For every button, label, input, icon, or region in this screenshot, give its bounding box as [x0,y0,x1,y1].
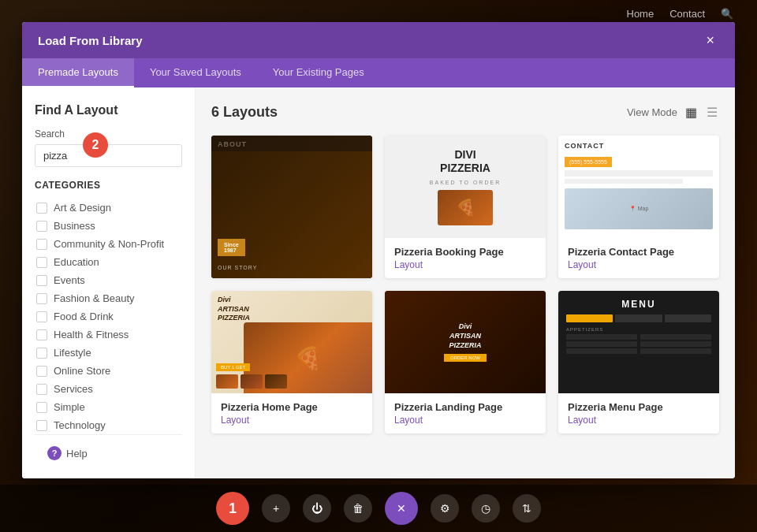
add-button[interactable]: + [262,494,290,523]
category-business[interactable]: Business [35,217,182,235]
category-label: Fashion & Beauty [54,292,135,304]
layout-thumbnail-about: ABOUT Since1987 OUR STORY [211,136,372,278]
category-community[interactable]: Community & Non-Profit [35,235,182,253]
layout-info-landing: Pizzeria Landing Page Layout [385,393,546,433]
search-input[interactable] [35,144,182,167]
settings-button[interactable]: ⚙ [431,494,459,523]
bottom-toolbar: 1 + ⏻ 🗑 ✕ ⚙ ◷ ⇅ [0,485,757,532]
category-health[interactable]: Health & Fitness [35,326,182,344]
checkbox-education[interactable] [36,257,47,268]
main-content: 6 Layouts View Mode ▦ ☰ ABOUT [196,87,735,478]
badge-2: 2 [83,132,108,158]
layout-thumbnail-contact: CONTACT (555) 555-5555 📍 Map [558,136,719,238]
checkbox-community[interactable] [36,239,47,250]
category-label: Food & Drink [54,311,114,322]
layout-card-booking[interactable]: DIVIPIZZERIA BAKED TO ORDER 🍕 Pizzeria B… [385,136,546,278]
help-label: Help [66,448,88,459]
checkbox-lifestyle[interactable] [36,348,47,359]
checkbox-health[interactable] [36,329,47,340]
category-technology[interactable]: Technology [35,416,182,434]
checkbox-events[interactable] [36,275,47,286]
category-art-design[interactable]: Art & Design [35,199,182,217]
sidebar: Find A Layout Search Categories Art & De… [22,87,196,478]
checkbox-services[interactable] [36,384,47,395]
help-section[interactable]: ? Help [35,434,182,471]
layout-info-home: Pizzeria Home Page Layout [211,393,372,433]
category-fashion[interactable]: Fashion & Beauty [35,289,182,307]
categories-list: Art & Design Business Community & Non-Pr… [35,199,182,434]
category-events[interactable]: Events [35,271,182,289]
layout-thumbnail-landing: DiviARTISANPIZZERIA ORDER NOW [385,291,546,393]
checkbox-fashion[interactable] [36,293,47,304]
checkbox-online-store[interactable] [36,366,47,377]
power-button[interactable]: ⏻ [303,494,331,523]
tab-existing[interactable]: Your Existing Pages [257,58,380,87]
layout-card-contact[interactable]: CONTACT (555) 555-5555 📍 Map Pizzeria Co… [558,136,719,278]
layout-name-landing: Pizzeria Landing Page [394,401,536,413]
category-label: Education [54,256,99,268]
checkbox-food[interactable] [36,311,47,322]
search-icon[interactable]: 🔍 [721,8,733,20]
layout-card-landing[interactable]: DiviARTISANPIZZERIA ORDER NOW Pizzeria L… [385,291,546,433]
nav-contact[interactable]: Contact [669,8,705,20]
category-label: Business [54,220,95,232]
tab-premade[interactable]: Premade Layouts [22,58,134,87]
category-label: Technology [54,419,106,431]
modal-header: Load From Library × [22,22,735,58]
layout-info-menu: Pizzeria Menu Page Layout [558,393,719,433]
layout-thumbnail-home: DiviARTISANPIZZERIA 🍕 BUY 1 GET [211,291,372,393]
layout-type-menu: Layout [568,415,710,426]
nav-home[interactable]: Home [627,8,654,20]
checkbox-business[interactable] [36,221,47,232]
trash-button[interactable]: 🗑 [344,494,372,523]
category-label: Health & Fitness [54,329,129,340]
layout-type-contact: Layout [568,259,710,270]
layout-info-contact: Pizzeria Contact Page Layout [558,238,719,278]
list-view-button[interactable]: ☰ [705,103,719,121]
category-label: Community & Non-Profit [54,238,164,250]
checkbox-simple[interactable] [36,402,47,413]
close-toolbar-button[interactable]: ✕ [385,492,418,525]
category-label: Simple [54,401,85,413]
modal-title: Load From Library [38,34,143,47]
layout-card-menu[interactable]: MENU APPETIZERS [558,291,719,433]
main-header: 6 Layouts View Mode ▦ ☰ [211,103,719,121]
help-icon: ? [47,446,62,460]
layout-name-home: Pizzeria Home Page [221,401,363,413]
checkbox-art-design[interactable] [36,203,47,214]
category-label: Services [54,383,93,395]
close-button[interactable]: × [701,32,719,49]
category-simple[interactable]: Simple [35,398,182,416]
category-online-store[interactable]: Online Store [35,362,182,380]
layout-name-contact: Pizzeria Contact Page [568,246,710,258]
layout-card-about[interactable]: ABOUT Since1987 OUR STORY Pizzeria About… [211,136,372,278]
category-label: Lifestyle [54,347,91,359]
search-label: Search [35,128,182,140]
category-lifestyle[interactable]: Lifestyle [35,344,182,362]
category-education[interactable]: Education [35,253,182,271]
timer-button[interactable]: ◷ [472,494,500,523]
view-mode-controls: View Mode ▦ ☰ [627,103,719,121]
layout-thumbnail-menu: MENU APPETIZERS [558,291,719,393]
category-label: Online Store [54,365,110,377]
modal-body: Find A Layout Search Categories Art & De… [22,87,735,478]
grid-view-button[interactable]: ▦ [684,103,699,121]
category-food[interactable]: Food & Drink [35,307,182,326]
layout-type-booking: Layout [394,259,536,270]
category-label: Art & Design [54,202,111,214]
layouts-grid: ABOUT Since1987 OUR STORY Pizzeria About… [211,136,719,433]
badge-1-button[interactable]: 1 [216,492,249,525]
sidebar-title: Find A Layout [35,103,182,117]
layout-name-menu: Pizzeria Menu Page [568,401,710,413]
modal-tabs: Premade Layouts Your Saved Layouts Your … [22,58,735,87]
sliders-button[interactable]: ⇅ [513,494,541,523]
layout-name-booking: Pizzeria Booking Page [394,246,536,258]
tab-saved[interactable]: Your Saved Layouts [134,58,257,87]
layout-thumbnail-booking: DIVIPIZZERIA BAKED TO ORDER 🍕 [385,136,546,238]
category-services[interactable]: Services [35,380,182,398]
checkbox-technology[interactable] [36,420,47,431]
layout-card-home[interactable]: DiviARTISANPIZZERIA 🍕 BUY 1 GET [211,291,372,433]
top-navigation: Home Contact 🔍 [627,8,734,20]
layout-type-landing: Layout [394,415,536,426]
category-label: Events [54,274,85,286]
